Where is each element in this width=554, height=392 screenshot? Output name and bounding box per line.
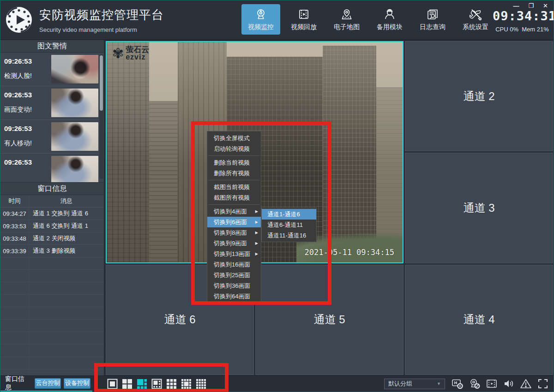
alarm-thumbnail[interactable] bbox=[51, 122, 98, 151]
maximize-button[interactable]: ❐ bbox=[528, 2, 534, 9]
window-controls: — ❐ ✕ bbox=[513, 2, 548, 9]
menu-item-switch-8[interactable]: 切换到8画面 ▶ bbox=[207, 227, 261, 238]
alarm-thumbnail[interactable] bbox=[51, 89, 98, 117]
submenu-arrow-icon: ▶ bbox=[255, 231, 258, 235]
clock-block: 09:34:31 CPU 0% Mem 21% bbox=[493, 9, 552, 33]
menu-item-switch-36[interactable]: 切换到36画面 bbox=[207, 280, 261, 291]
mem-usage: Mem 21% bbox=[522, 26, 549, 33]
submenu-item-ch1-ch6[interactable]: 通道1-通道6 bbox=[262, 209, 316, 220]
menu-item-start-polling[interactable]: 启动轮询视频 bbox=[207, 143, 261, 154]
bottom-tab-group: 窗口信息 云台控制 设备控制 bbox=[0, 376, 92, 392]
alarm-list: 09:26:53 检测人脸! 09:26:53 画面变动! 09:26:53 有… bbox=[0, 53, 104, 182]
alarm-warning-icon[interactable] bbox=[520, 378, 532, 390]
window-info-title: 窗口信息 bbox=[0, 182, 104, 195]
nav-video-playback[interactable]: 视频回放 bbox=[284, 4, 323, 35]
context-menu: 切换全屏模式 启动轮询视频 删除当前视频 删除所有视频 截图当前视频 截图所有视… bbox=[207, 131, 261, 303]
scrollbar-thumb[interactable] bbox=[100, 55, 103, 111]
video-file-icon[interactable] bbox=[486, 378, 498, 390]
app-title: 安防视频监控管理平台 bbox=[39, 7, 164, 23]
group-select-value: 默认分组 bbox=[388, 380, 412, 388]
menu-item-fullscreen[interactable]: 切换全屏模式 bbox=[207, 133, 261, 143]
scrollbar-track[interactable] bbox=[99, 54, 103, 179]
menu-item-delete-current[interactable]: 删除当前视频 bbox=[207, 157, 261, 168]
main-nav: 视频监控 视频回放 电子地图 bbox=[241, 4, 495, 35]
video-timestamp: 2021-05-11 09:34:15 bbox=[305, 248, 394, 257]
alarm-thumbnail[interactable] bbox=[51, 55, 98, 83]
fullscreen-icon[interactable] bbox=[537, 378, 549, 390]
camera-off-icon[interactable] bbox=[469, 378, 481, 390]
alarm-item[interactable]: 09:26:53 画面变动! bbox=[0, 86, 104, 120]
layout-6-icon-active[interactable] bbox=[137, 379, 147, 389]
channel-label: 通道 6 bbox=[164, 312, 195, 327]
tab-device-control[interactable]: 设备控制 bbox=[64, 378, 90, 389]
video-cell-channel-5[interactable]: 通道 5 bbox=[255, 265, 403, 375]
submenu-arrow-icon: ▶ bbox=[255, 220, 258, 224]
table-row-empty bbox=[0, 320, 104, 332]
video-grid: ✾ 萤石云 ezviz 2021-05-11 09:34:15 通道 2 通道 … bbox=[104, 40, 554, 376]
alarm-message: 画面变动! bbox=[4, 106, 32, 114]
nav-e-map[interactable]: 电子地图 bbox=[327, 4, 366, 35]
chevron-down-icon: ▼ bbox=[437, 381, 441, 386]
video-cell-channel-2[interactable]: 通道 2 bbox=[405, 41, 553, 151]
table-row-empty bbox=[0, 270, 104, 282]
alarm-time: 09:26:53 bbox=[4, 57, 32, 65]
tools-icon bbox=[469, 8, 482, 21]
video-cell-channel-3[interactable]: 通道 3 bbox=[405, 153, 553, 263]
minimize-button[interactable]: — bbox=[513, 2, 519, 9]
volume-icon[interactable] bbox=[503, 378, 515, 390]
layout-1-icon[interactable] bbox=[107, 379, 118, 389]
cpu-usage: CPU 0% bbox=[495, 26, 518, 33]
table-row[interactable]: 09:33:39 通道 3 删除视频 bbox=[0, 245, 104, 257]
menu-item-snapshot-all[interactable]: 截图所有视频 bbox=[207, 192, 261, 203]
submenu-item-ch6-ch11[interactable]: 通道6-通道11 bbox=[262, 220, 316, 230]
screen-layout-buttons bbox=[107, 379, 206, 389]
table-row-empty bbox=[0, 357, 104, 369]
layout-9-icon[interactable] bbox=[166, 379, 177, 389]
map-pin-icon bbox=[340, 8, 353, 21]
menu-item-switch-64[interactable]: 切换到64画面 bbox=[207, 291, 261, 302]
hd-stream-icon[interactable] bbox=[452, 378, 464, 390]
menu-item-delete-all[interactable]: 删除所有视频 bbox=[207, 168, 261, 178]
tab-ptz-control[interactable]: 云台控制 bbox=[35, 378, 61, 389]
bottom-tool-icons bbox=[452, 378, 549, 390]
alarm-message: 有人移动! bbox=[4, 139, 32, 148]
nav-system-settings[interactable]: 系统设置 bbox=[456, 4, 495, 35]
worker-icon bbox=[383, 8, 396, 21]
menu-item-switch-16[interactable]: 切换到16画面 bbox=[207, 259, 261, 270]
table-header-row: 时间 消息 bbox=[0, 195, 104, 208]
submenu-item-ch11-ch16[interactable]: 通道11-通道16 bbox=[262, 230, 316, 241]
tab-window-info[interactable]: 窗口信息 bbox=[2, 375, 32, 392]
table-row[interactable]: 09:33:48 通道 2 关闭视频 bbox=[0, 232, 104, 245]
alarm-item[interactable]: 09:26:53 有人移动! bbox=[0, 120, 104, 154]
digital-clock: 09:34:31 bbox=[493, 9, 552, 23]
layout-4-icon[interactable] bbox=[122, 379, 132, 389]
alarm-message: 检测人脸! bbox=[4, 72, 32, 80]
menu-item-switch-9[interactable]: 切换到9画面 ▶ bbox=[207, 238, 261, 249]
channel-label: 通道 4 bbox=[463, 312, 494, 327]
alarm-item[interactable]: 09:26:53 检测人脸! bbox=[0, 53, 104, 86]
menu-item-switch-4[interactable]: 切换到4画面 ▶ bbox=[207, 206, 261, 217]
layout-16-icon[interactable] bbox=[196, 379, 206, 389]
group-select-dropdown[interactable]: 默认分组 ▼ bbox=[384, 379, 445, 389]
nav-log-query[interactable]: 日志查询 bbox=[413, 4, 452, 35]
col-message: 消息 bbox=[29, 195, 104, 207]
menu-item-switch-25[interactable]: 切换到25画面 bbox=[207, 270, 261, 280]
menu-item-snapshot-current[interactable]: 截图当前视频 bbox=[207, 182, 261, 192]
alarm-thumbnail[interactable] bbox=[51, 156, 98, 182]
table-row[interactable]: 09:33:53 通道 6 交换到 通道 1 bbox=[0, 220, 104, 232]
video-cell-channel-4[interactable]: 通道 4 bbox=[405, 265, 553, 375]
submenu-arrow-icon: ▶ bbox=[255, 209, 258, 214]
bottom-toolbar: 窗口信息 云台控制 设备控制 bbox=[0, 375, 554, 392]
layout-8-icon[interactable] bbox=[151, 379, 162, 389]
menu-item-switch-6[interactable]: 切换到6画面 ▶ bbox=[207, 217, 261, 227]
nav-video-monitor[interactable]: 视频监控 bbox=[241, 4, 280, 35]
close-button[interactable]: ✕ bbox=[543, 2, 548, 9]
nav-backup-module[interactable]: 备用模块 bbox=[370, 4, 409, 35]
left-sidebar: 图文警情 09:26:53 检测人脸! 09:26:53 画面变动! 09:26… bbox=[0, 40, 104, 378]
film-playback-icon bbox=[297, 8, 310, 21]
layout-13-icon[interactable] bbox=[181, 379, 192, 389]
alarm-item[interactable]: 09:26:53 bbox=[0, 154, 104, 182]
menu-separator bbox=[208, 155, 260, 156]
menu-item-switch-13[interactable]: 切换到13画面 ▶ bbox=[207, 249, 261, 259]
table-row[interactable]: 09:34:27 通道 1 交换到 通道 6 bbox=[0, 208, 104, 220]
